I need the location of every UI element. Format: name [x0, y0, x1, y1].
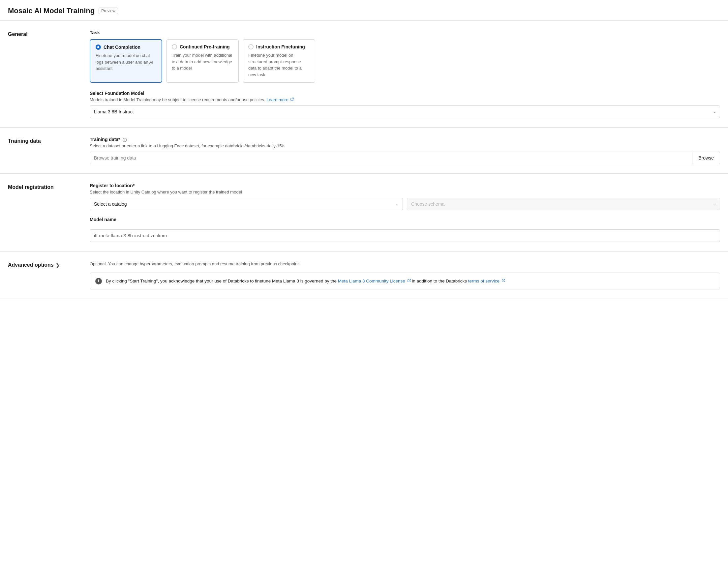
task-card-instruction-finetuning-desc: Finetune your model on structured prompt…	[248, 52, 310, 78]
register-location-sublabel: Select the location in Unity Catalog whe…	[90, 190, 720, 195]
training-data-section: Training data Training data* i Select a …	[0, 128, 728, 174]
training-data-input[interactable]	[90, 152, 692, 164]
model-name-label: Model name	[90, 217, 720, 222]
form-content: General Task Chat Completion Finetune yo…	[0, 21, 728, 299]
general-section-label: General	[8, 30, 74, 118]
general-section: General Task Chat Completion Finetune yo…	[0, 21, 728, 128]
task-card-continued-pretraining-desc: Train your model with additional text da…	[172, 52, 233, 72]
register-location-selects: Select a catalog ⌄ Choose schema ⌄	[90, 198, 720, 210]
general-section-content: Task Chat Completion Finetune your model…	[90, 30, 720, 118]
radio-chat-completion	[96, 45, 101, 50]
model-registration-section-label: Model registration	[8, 183, 74, 242]
learn-more-link[interactable]: Learn more	[266, 97, 294, 102]
info-box: i By clicking "Start Training", you ackn…	[90, 273, 720, 290]
catalog-select[interactable]: Select a catalog	[90, 198, 403, 210]
foundation-model-select-wrapper: Llama 3 8B Instruct Llama 3 70B Instruct…	[90, 106, 720, 118]
advanced-options-title: Advanced options	[8, 262, 54, 268]
task-card-continued-pretraining[interactable]: Continued Pre-training Train your model …	[166, 39, 239, 83]
training-data-section-label: Training data	[8, 137, 74, 164]
catalog-select-wrapper: Select a catalog ⌄	[90, 198, 403, 210]
task-card-instruction-finetuning[interactable]: Instruction Finetuning Finetune your mod…	[243, 39, 315, 83]
advanced-options-toggle[interactable]: Advanced options ❯	[8, 262, 74, 268]
meta-llama-external-icon	[408, 279, 411, 282]
preview-badge: Preview	[99, 8, 118, 14]
task-label: Task	[90, 30, 720, 35]
task-card-chat-completion[interactable]: Chat Completion Finetune your model on c…	[90, 39, 162, 83]
foundation-model-label: Select Foundation Model	[90, 91, 720, 96]
foundation-model-select[interactable]: Llama 3 8B Instruct Llama 3 70B Instruct…	[90, 106, 720, 118]
meta-llama-license-link[interactable]: Meta Llama 3 Community License	[338, 279, 412, 283]
radio-continued-pretraining	[172, 44, 177, 49]
task-card-chat-completion-desc: Finetune your model on chat logs between…	[96, 52, 156, 72]
model-name-input[interactable]	[90, 230, 720, 242]
advanced-options-section: Advanced options ❯ Optional. You can cha…	[0, 252, 728, 299]
task-card-instruction-finetuning-header: Instruction Finetuning	[248, 44, 310, 49]
page-title: Mosaic AI Model Training	[8, 7, 95, 15]
schema-select-wrapper: Choose schema ⌄	[407, 198, 720, 210]
info-text-before-link1: By clicking "Start Training", you acknow…	[106, 279, 338, 283]
model-registration-section-content: Register to location* Select the locatio…	[90, 183, 720, 242]
advanced-options-chevron-icon: ❯	[56, 263, 60, 268]
training-data-input-group: Browse	[90, 152, 720, 164]
browse-button[interactable]: Browse	[692, 152, 720, 164]
info-box-icon: i	[95, 278, 102, 284]
task-card-instruction-finetuning-title: Instruction Finetuning	[256, 44, 305, 49]
training-data-section-content: Training data* i Select a dataset or ent…	[90, 137, 720, 164]
info-box-text: By clicking "Start Training", you acknow…	[106, 278, 714, 285]
model-registration-section: Model registration Register to location*…	[0, 174, 728, 252]
training-data-field-label: Training data* i	[90, 137, 720, 142]
info-circle-icon: i	[123, 138, 127, 142]
terms-external-icon	[502, 279, 505, 282]
advanced-options-section-label: Advanced options ❯	[8, 261, 74, 289]
task-cards: Chat Completion Finetune your model on c…	[90, 39, 720, 83]
training-data-sublabel: Select a dataset or enter a link to a Hu…	[90, 143, 720, 148]
terms-of-service-link[interactable]: terms of service	[468, 279, 505, 283]
svg-text:i: i	[125, 139, 125, 142]
info-text-between: in addition to the Databricks	[412, 279, 468, 283]
task-card-continued-pretraining-title: Continued Pre-training	[180, 44, 230, 49]
foundation-model-sublabel: Models trained in Model Training may be …	[90, 97, 720, 102]
task-card-chat-completion-header: Chat Completion	[96, 45, 156, 50]
task-card-chat-completion-title: Chat Completion	[104, 45, 140, 50]
task-card-continued-pretraining-header: Continued Pre-training	[172, 44, 233, 49]
radio-instruction-finetuning	[248, 44, 254, 49]
schema-select[interactable]: Choose schema	[407, 198, 720, 210]
external-link-icon	[290, 98, 294, 101]
register-location-label: Register to location*	[90, 183, 720, 188]
advanced-options-content: Optional. You can change hyperparameters…	[90, 261, 720, 289]
advanced-optional-text: Optional. You can change hyperparameters…	[90, 261, 720, 267]
